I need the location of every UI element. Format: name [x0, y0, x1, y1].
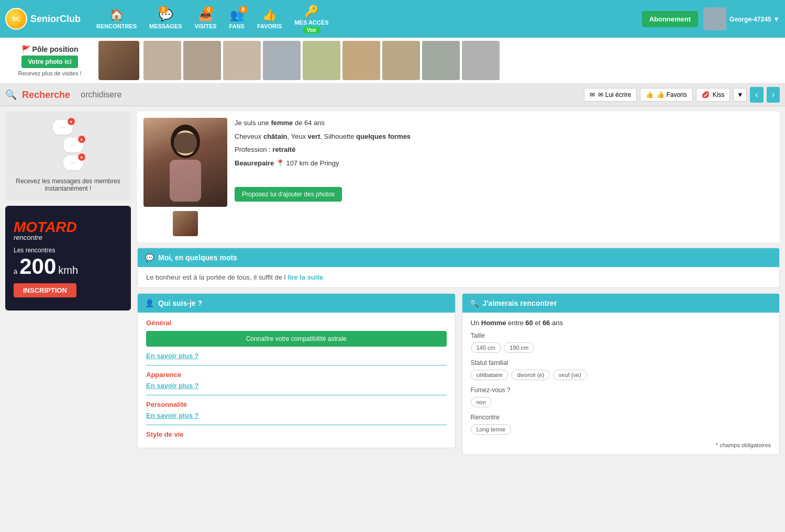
nav-visites[interactable]: 📤 VISITES 0: [189, 5, 222, 32]
ad-speed: 200: [19, 254, 56, 279]
en-savoir-1[interactable]: En savoir plus ?: [146, 352, 447, 360]
statut-tag-3: veuf (ve): [553, 370, 587, 380]
banner-thumb-4[interactable]: [263, 41, 301, 80]
moi-body: Le bonheur est à la portée de tous, il s…: [138, 267, 779, 287]
style-vie-title: Style de vie: [146, 430, 447, 438]
flag-icon: 🚩: [21, 45, 30, 53]
compat-button[interactable]: Connaître votre compatibilité astrale: [146, 331, 447, 347]
statut-tag-1: célibataire: [471, 370, 508, 380]
en-savoir-3[interactable]: En savoir plus ?: [146, 412, 447, 419]
qui-suis-je-body: Général Connaître votre compatibilité as…: [138, 313, 455, 448]
jaimerais-col: 🔍 J'aimerais rencontrer Un Homme entre 6…: [462, 293, 780, 455]
next-button[interactable]: ›: [767, 87, 780, 103]
prev-button[interactable]: ‹: [750, 87, 763, 103]
distance: 107 km de Pringy: [286, 159, 339, 167]
dropdown-icon[interactable]: ▼: [773, 15, 780, 23]
search-bar-icon: 🔍: [5, 89, 17, 101]
subscription-button[interactable]: Abonnement: [642, 11, 698, 27]
notif-dot-1: ●: [68, 118, 75, 125]
logo-area: SC SeniorClub: [5, 8, 81, 30]
statut-tag-2: divorcé (e): [511, 370, 550, 380]
chat-bubble-1: ··· ●: [53, 120, 72, 135]
chat-bubble-2: ··· ●: [63, 138, 83, 152]
qui-icon: 👤: [145, 299, 154, 307]
personnalite-title: Personnalité: [146, 401, 447, 408]
eyes-value: vert: [308, 132, 320, 140]
banner-thumb-5[interactable]: [303, 41, 340, 80]
profile-silhouette: [154, 123, 217, 202]
nav-items: 🏠 RENCONTRES 💬 MESSAGES 2 📤 VISITES 0 👥 …: [91, 2, 642, 37]
banner-thumb-7[interactable]: [382, 41, 420, 80]
kiss-button[interactable]: 💋 Kiss: [696, 88, 731, 102]
svg-rect-3: [170, 160, 201, 202]
search-title: Recherche: [22, 90, 70, 101]
moi-header: 💬 Moi, en quelques mots: [138, 248, 779, 267]
nav-fans[interactable]: 👥 FANS 0: [224, 5, 250, 32]
nav-rencontres[interactable]: 🏠 RENCONTRES: [91, 5, 142, 32]
profile-top: Je suis une femme de 64 ans Cheveux chât…: [137, 112, 780, 242]
chat-bubbles: ··· ● ··· ● ··· ●: [53, 120, 83, 170]
pole-position: 🚩 Pôle position: [21, 45, 79, 53]
moi-section: 💬 Moi, en quelques mots Le bonheur est à…: [137, 248, 780, 288]
divider-3: [146, 425, 447, 425]
moi-text: Le bonheur est à la portée de tous, il s…: [146, 273, 771, 281]
banner-subtitle: Recevez plus de visites !: [18, 70, 81, 76]
favoris-button[interactable]: 👍 👍 Favoris: [640, 88, 693, 102]
inscription-button[interactable]: INSCRIPTION: [14, 283, 76, 297]
location-icon: 📍: [276, 159, 286, 167]
divider-2: [146, 395, 447, 395]
banner-thumb-9[interactable]: [462, 41, 500, 80]
profile-profession: Profession : retraité: [235, 145, 773, 155]
thumb-icon: 👍: [646, 91, 654, 98]
add-photos-button[interactable]: Proposez lui d'ajouter des photos: [235, 187, 342, 202]
chat-icon: 💬: [145, 253, 154, 262]
two-col: 👤 Qui suis-je ? Général Connaître votre …: [137, 293, 780, 455]
lire-suite-link[interactable]: lire la suite: [288, 273, 323, 281]
nav-messages[interactable]: 💬 MESSAGES 2: [144, 5, 187, 32]
home-icon: 🏠: [109, 8, 124, 22]
banner-left: 🚩 Pôle position Votre photo ici Recevez …: [5, 45, 94, 76]
rencontre-tags: Long terme: [471, 423, 771, 437]
votre-photo-button[interactable]: Votre photo ici: [21, 56, 78, 68]
chat-bubble-3: ··· ●: [63, 156, 83, 170]
required-note: * champs obligatoires: [471, 442, 771, 448]
ad-banner: MOTARD rencontre Les rencontres à 200 km…: [5, 206, 131, 311]
profile-description: Je suis une femme de 64 ans: [235, 118, 773, 128]
banner-thumb-1[interactable]: [143, 41, 181, 80]
profile-photo-thumb[interactable]: [173, 211, 198, 236]
en-savoir-2[interactable]: En savoir plus ?: [146, 382, 447, 390]
taille-tags: 140 cm 190 cm: [471, 341, 771, 355]
qui-title: Qui suis-je ?: [158, 299, 202, 307]
lui-ecrire-button[interactable]: ✉ ✉ Lui écrire: [584, 88, 637, 102]
taille-tag-2: 190 cm: [504, 342, 534, 353]
main-content: ··· ● ··· ● ··· ● Recevez les messages d…: [0, 106, 785, 460]
pole-title: Pôle position: [32, 45, 79, 53]
messages-promo: ··· ● ··· ● ··· ● Recevez les messages d…: [5, 112, 131, 201]
fume-tag-1: non: [471, 397, 492, 407]
jaimerais-title: J'aimerais rencontrer: [483, 299, 557, 307]
profile-info: Je suis une femme de 64 ans Cheveux chât…: [235, 118, 773, 236]
banner-thumb-6[interactable]: [342, 41, 380, 80]
qui-suis-je-header: 👤 Qui suis-je ?: [138, 294, 455, 313]
fans-badge: 0: [239, 6, 248, 13]
dropdown-button[interactable]: ▼: [733, 88, 747, 102]
logo-icon: SC: [5, 8, 27, 30]
taille-tag-1: 140 cm: [471, 342, 501, 353]
meet-text: Un Homme entre 60 et 66 ans: [471, 319, 771, 327]
city: Beaurepaire: [235, 159, 274, 167]
username: George-47245: [729, 16, 771, 23]
taille-label: Taille: [471, 332, 771, 339]
top-nav: SC SeniorClub 🏠 RENCONTRES 💬 MESSAGES 2 …: [0, 0, 785, 38]
banner-thumb-3[interactable]: [223, 41, 261, 80]
profession-value: retraité: [272, 146, 295, 153]
banner-thumb-8[interactable]: [422, 41, 460, 80]
jaimerais-card: 🔍 J'aimerais rencontrer Un Homme entre 6…: [462, 293, 780, 455]
banner-main-photo: [98, 41, 139, 80]
profile-hair: Cheveux châtain, Yeux vert, Silhouette q…: [235, 131, 773, 142]
nav-mes-acces[interactable]: 🔑 MES ACCÈS Voir: [289, 2, 334, 37]
banner-thumb-2[interactable]: [183, 41, 221, 80]
nav-favoris[interactable]: 👍 FAVORIS: [252, 5, 287, 32]
profile-gender: femme: [271, 119, 293, 127]
profile-photo-main: [143, 118, 227, 207]
general-title: Général: [146, 319, 447, 327]
